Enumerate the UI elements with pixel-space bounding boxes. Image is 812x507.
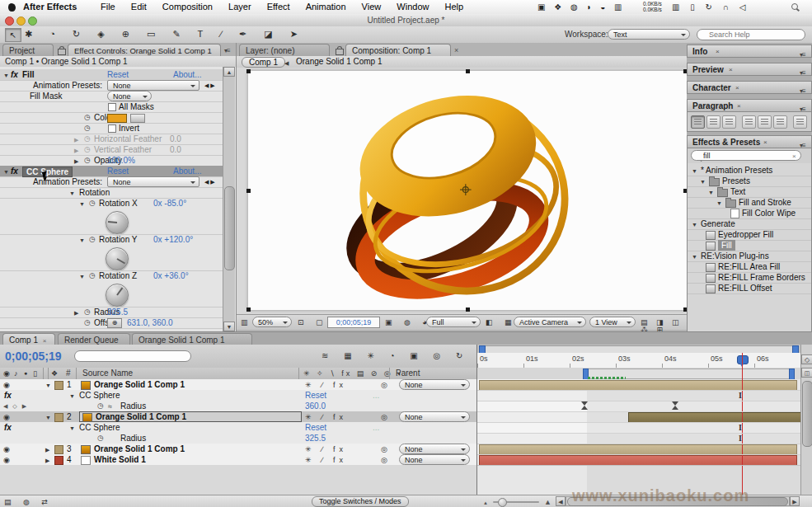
selection-handle[interactable] <box>246 189 251 193</box>
timeline-vscrollbar[interactable]: ◇ ◫ <box>800 345 812 495</box>
tab-effect-controls[interactable]: Effect Controls: Orange Solid 1 Comp 1 <box>68 44 221 56</box>
effects-presets-panel-header[interactable]: Effects & Presets × ▾≡ <box>687 135 812 148</box>
align-center-button[interactable] <box>706 115 720 129</box>
twirl-icon[interactable]: ▶ <box>74 158 78 164</box>
prop-row-radius-1[interactable]: ◀ ◇ ▶ ◷ ≈ Radius 360.0 <box>0 401 476 412</box>
eye-icon[interactable]: ◉ <box>3 457 10 464</box>
close-panel-icon[interactable]: × <box>763 139 767 146</box>
align-left-button[interactable] <box>691 115 705 129</box>
magnification-dropdown[interactable]: 50% <box>252 317 292 327</box>
panel-menu-icon[interactable]: ▾≡ <box>224 47 230 54</box>
tab-orange-solid-comp[interactable]: Orange Solid 1 Comp 1 <box>132 333 252 345</box>
selection-handle[interactable] <box>466 307 470 312</box>
viewer-timecode[interactable]: 0;00;05;19 <box>327 317 380 328</box>
twirl-icon[interactable]: ▼ <box>45 415 51 420</box>
opacity-value[interactable]: 100.0% <box>107 155 135 166</box>
timeline-pane-toggle-icons[interactable]: ▤ ◍ ⇄ <box>4 499 53 506</box>
parent-pickwhip-icon[interactable]: ◎ <box>381 446 387 453</box>
grid-guides-icons[interactable]: ◧ ▦ <box>486 319 517 326</box>
composition-canvas[interactable] <box>248 71 687 310</box>
twirl-icon[interactable]: ▶ <box>74 148 78 153</box>
twirl-icon[interactable]: ▼ <box>716 200 722 206</box>
safe-zones-roi-icons[interactable]: ⊡ ▢ <box>298 319 328 326</box>
stopwatch-icon[interactable]: ◷ <box>89 272 96 279</box>
selection-handle[interactable] <box>466 69 470 73</box>
effect-controls-breadcrumb[interactable]: Comp 1 • Orange Solid 1 Comp 1 <box>5 57 128 66</box>
panel-menu-icon[interactable]: ▾≡ <box>800 67 805 79</box>
close-panel-icon[interactable]: × <box>735 85 739 92</box>
radius-value[interactable]: 325.5 <box>107 307 128 317</box>
layer-row-2-selected[interactable]: ◉ ▼ 2 Orange Solid 1 Comp 1 ✳ ∕ fx ◎ Non… <box>0 411 476 423</box>
rotation-z-value[interactable]: 0x +36.0° <box>153 270 189 281</box>
lock-icon[interactable] <box>336 49 344 55</box>
property-value[interactable]: 360.0 <box>305 401 326 411</box>
twirl-icon[interactable]: ▶ <box>74 310 78 316</box>
prop-row-radius-2[interactable]: ◷ Radius 325.5 <box>0 433 476 444</box>
parent-pickwhip-icon[interactable]: ◎ <box>381 382 387 389</box>
property-name[interactable]: Radius <box>120 433 146 444</box>
selection-handle[interactable] <box>246 69 251 73</box>
effect-header-fill[interactable]: ▼ fx Fill Reset About... <box>0 69 223 81</box>
layer-row-4[interactable]: ◉ ▶ 4 White Solid 1 ✳ ∕ fx ◎ None <box>0 454 476 466</box>
close-tab-icon[interactable]: × <box>43 337 47 345</box>
label-color-chip[interactable] <box>54 445 63 454</box>
keyframe-icon[interactable] <box>672 401 678 410</box>
audio-column-icon[interactable]: ♪ <box>14 370 18 378</box>
layer-switches-icons[interactable]: ✳ ∕ fx <box>305 457 347 464</box>
property-name[interactable]: Radius <box>120 401 146 411</box>
tree-item-refill-area-fill[interactable]: RE:FILL Area Fill <box>688 261 811 273</box>
spotlight-icon[interactable] <box>791 3 798 10</box>
preset-prev-next-icons[interactable]: ◀ ▶ <box>204 179 215 185</box>
animation-presets-dropdown[interactable]: None <box>107 80 199 91</box>
label-color-chip[interactable] <box>54 456 63 465</box>
tree-item-refill-frame-borders[interactable]: RE:FILL Frame Borders <box>688 272 811 284</box>
twirl-icon[interactable]: ▼ <box>700 179 706 185</box>
align-right-button[interactable] <box>722 115 736 129</box>
layer-name[interactable]: White Solid 1 <box>94 454 146 465</box>
breadcrumb-comp-button[interactable]: Comp 1 <box>242 57 285 68</box>
label-color-chip[interactable] <box>54 413 63 422</box>
menu-effect[interactable]: Effect <box>267 0 290 14</box>
workspace-dropdown[interactable]: Text <box>608 29 690 40</box>
close-panel-icon[interactable]: × <box>716 49 720 55</box>
twirl-icon[interactable]: ▼ <box>69 190 75 196</box>
twirl-icon[interactable]: ▶ <box>45 447 49 453</box>
twirl-icon[interactable]: ▼ <box>692 254 697 260</box>
rotation-y-value[interactable]: 0x +120.0° <box>153 234 193 245</box>
tree-item-fill-color-wipe[interactable]: Fill Color Wipe <box>688 208 811 219</box>
close-panel-icon[interactable]: × <box>737 103 741 110</box>
twirl-icon[interactable]: ▼ <box>692 168 697 174</box>
layer-switches-icons[interactable]: ✳ ∕ fx <box>305 382 347 389</box>
snapshot-channels-icons[interactable]: ▣ ◍ ◕ <box>385 319 432 326</box>
justify-all-button[interactable] <box>793 115 807 129</box>
reset-link[interactable]: Reset <box>305 390 326 401</box>
parent-dropdown[interactable]: None <box>399 379 470 390</box>
eye-icon[interactable]: ◉ <box>3 414 10 421</box>
color-swatch[interactable] <box>107 114 127 123</box>
clear-search-icon[interactable]: × <box>792 153 796 160</box>
parent-pickwhip-icon[interactable]: ◎ <box>381 414 387 421</box>
effect-row-cc-sphere-2[interactable]: fx ▼ CC Sphere Reset ... <box>0 422 476 434</box>
menu-app-name[interactable]: After Effects <box>23 0 77 14</box>
invert-checkbox[interactable] <box>108 124 116 133</box>
lock-column-icon[interactable]: ▯ <box>33 370 37 378</box>
apple-icon[interactable] <box>8 3 16 12</box>
menu-composition[interactable]: Composition <box>162 0 213 14</box>
zoom-out-icon[interactable]: ▲ <box>483 500 488 505</box>
time-ruler[interactable]: 0s 01s 02s 03s 04s 05s 06s <box>477 353 801 369</box>
eyedropper-button[interactable] <box>130 114 145 123</box>
twirl-icon[interactable]: ▼ <box>79 237 85 243</box>
effect-row-cc-sphere-1[interactable]: fx ▼ CC Sphere Reset ... <box>0 390 476 401</box>
info-panel-header[interactable]: Info × ▾≡ <box>687 45 812 58</box>
stopwatch-icon[interactable]: ◷ <box>84 157 91 164</box>
panel-menu-icon[interactable]: ▾≡ <box>800 49 805 61</box>
rotation-group-row[interactable]: ▼ Rotation <box>0 187 223 199</box>
twirl-icon[interactable]: ▼ <box>692 222 697 228</box>
work-area-bar[interactable] <box>477 368 801 380</box>
layer-name[interactable]: Orange Solid 1 Comp 1 <box>96 411 186 422</box>
stopwatch-icon[interactable]: ◷ <box>84 114 91 121</box>
work-area-end-handle[interactable] <box>789 369 795 380</box>
view-layout-dropdown[interactable]: 1 View <box>589 317 636 327</box>
layer-name[interactable]: Orange Solid 1 Comp 1 <box>94 444 185 454</box>
effect-controls-scrollbar[interactable]: ▲ ▼ <box>223 67 235 331</box>
